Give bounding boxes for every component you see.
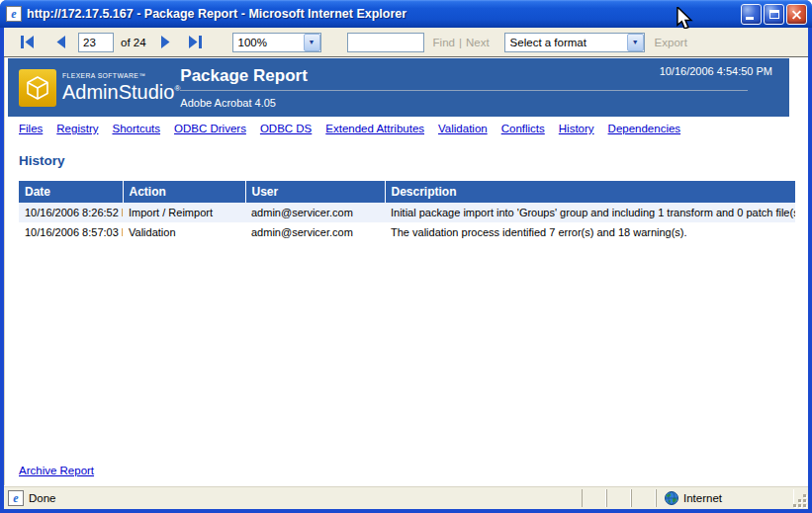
internet-explorer-icon: e bbox=[6, 6, 22, 22]
adminstudio-logo-icon bbox=[19, 69, 56, 107]
cell-action: Import / Reimport bbox=[123, 203, 245, 222]
history-table-header-row: Date Action User Description bbox=[19, 181, 795, 203]
first-page-button[interactable] bbox=[18, 34, 37, 50]
find-button[interactable]: Find bbox=[433, 37, 455, 48]
last-page-icon bbox=[188, 36, 203, 48]
archive-report-link[interactable]: Archive Report bbox=[19, 465, 94, 476]
history-table: Date Action User Description 10/16/2006 … bbox=[19, 181, 795, 242]
minimize-icon bbox=[746, 17, 754, 20]
first-page-icon bbox=[20, 36, 35, 48]
cell-user: admin@servicer.com bbox=[245, 203, 385, 222]
column-header-user: User bbox=[245, 181, 385, 203]
next-page-button[interactable] bbox=[158, 34, 172, 50]
status-pane-empty bbox=[606, 489, 631, 507]
maximize-button[interactable] bbox=[764, 4, 784, 25]
mouse-cursor bbox=[676, 7, 695, 29]
column-header-action: Action bbox=[123, 181, 245, 203]
brand-text: FLEXERA SOFTWARE™ AdminStudio® bbox=[62, 73, 180, 102]
header-divider bbox=[180, 90, 748, 91]
previous-page-icon bbox=[56, 36, 66, 48]
resize-grip[interactable] bbox=[794, 487, 808, 509]
browser-client-area: of 24 100% ▼ Find | Next Select a format… bbox=[4, 28, 808, 509]
cell-description: The validation process identified 7 erro… bbox=[385, 222, 795, 242]
chevron-down-icon[interactable]: ▼ bbox=[304, 34, 320, 51]
cell-date: 10/16/2006 8:57:03 PM bbox=[19, 222, 123, 242]
browser-window: e http://172.17.5.167 - Package Report -… bbox=[0, 0, 812, 513]
page-number-input[interactable] bbox=[78, 33, 114, 52]
nav-link-odbc-ds[interactable]: ODBC DS bbox=[260, 123, 312, 134]
adminstudio-label: AdminStudio® bbox=[62, 82, 180, 102]
window-title: http://172.17.5.167 - Package Report - M… bbox=[27, 7, 741, 21]
minimize-button[interactable] bbox=[741, 4, 762, 25]
brand-block: FLEXERA SOFTWARE™ AdminStudio® bbox=[8, 58, 180, 117]
nav-link-dependencies[interactable]: Dependencies bbox=[608, 123, 681, 134]
nav-link-registry[interactable]: Registry bbox=[56, 123, 98, 134]
nav-link-validation[interactable]: Validation bbox=[438, 123, 488, 134]
find-next-separator: | bbox=[459, 37, 462, 48]
find-text-input[interactable] bbox=[347, 33, 424, 52]
column-header-description: Description bbox=[385, 181, 795, 203]
nav-link-conflicts[interactable]: Conflicts bbox=[501, 123, 545, 134]
nav-link-files[interactable]: Files bbox=[19, 123, 43, 134]
previous-page-button[interactable] bbox=[54, 34, 68, 50]
archive-report-container: Archive Report bbox=[19, 461, 94, 478]
cell-date: 10/16/2006 8:26:52 PM bbox=[19, 203, 123, 222]
report-timestamp: 10/16/2006 4:54:50 PM bbox=[660, 65, 772, 77]
column-header-date: Date bbox=[19, 181, 123, 203]
export-format-value: Select a format bbox=[505, 37, 627, 48]
status-pane-empty bbox=[582, 489, 606, 507]
maximize-icon bbox=[769, 10, 779, 19]
package-name: Adobe Acrobat 4.05 bbox=[180, 97, 789, 109]
zoom-value: 100% bbox=[233, 37, 304, 48]
cube-icon bbox=[25, 75, 50, 101]
table-row: 10/16/2006 8:26:52 PM Import / Reimport … bbox=[19, 203, 795, 222]
export-format-select[interactable]: Select a format ▼ bbox=[504, 33, 645, 52]
page-count-label: of 24 bbox=[121, 37, 146, 48]
status-text: Done bbox=[29, 492, 56, 504]
next-result-button[interactable]: Next bbox=[466, 37, 490, 48]
last-page-button[interactable] bbox=[186, 34, 205, 50]
close-button[interactable] bbox=[786, 4, 807, 25]
table-row: 10/16/2006 8:57:03 PM Validation admin@s… bbox=[19, 222, 795, 242]
report-section-nav: Files Registry Shortcuts ODBC Drivers OD… bbox=[19, 123, 808, 134]
next-page-icon bbox=[160, 36, 170, 48]
flexera-software-label: FLEXERA SOFTWARE™ bbox=[62, 73, 180, 80]
status-pane-empty bbox=[631, 489, 656, 507]
cell-action: Validation bbox=[123, 222, 245, 242]
chevron-down-icon[interactable]: ▼ bbox=[627, 34, 644, 51]
export-button[interactable]: Export bbox=[655, 37, 687, 48]
nav-link-odbc-drivers[interactable]: ODBC Drivers bbox=[174, 123, 246, 134]
cell-description: Initial package import into 'Groups' gro… bbox=[385, 203, 795, 222]
nav-link-shortcuts[interactable]: Shortcuts bbox=[112, 123, 160, 134]
report-toolbar: of 24 100% ▼ Find | Next Select a format… bbox=[4, 28, 808, 57]
cell-user: admin@servicer.com bbox=[245, 222, 385, 242]
report-page: FLEXERA SOFTWARE™ AdminStudio® Package R… bbox=[4, 57, 808, 485]
zoom-select[interactable]: 100% ▼ bbox=[232, 33, 321, 52]
status-pane-main: e Done bbox=[4, 490, 582, 506]
report-header: FLEXERA SOFTWARE™ AdminStudio® Package R… bbox=[8, 58, 789, 117]
internet-globe-icon bbox=[665, 491, 678, 505]
section-heading-history: History bbox=[19, 153, 808, 168]
nav-link-extended-attributes[interactable]: Extended Attributes bbox=[325, 123, 424, 134]
status-pane-zone: Internet bbox=[656, 489, 794, 507]
security-zone-label: Internet bbox=[683, 492, 722, 504]
ie-page-icon: e bbox=[8, 490, 24, 506]
status-bar: e Done Internet bbox=[4, 485, 808, 509]
nav-link-history[interactable]: History bbox=[559, 123, 594, 134]
